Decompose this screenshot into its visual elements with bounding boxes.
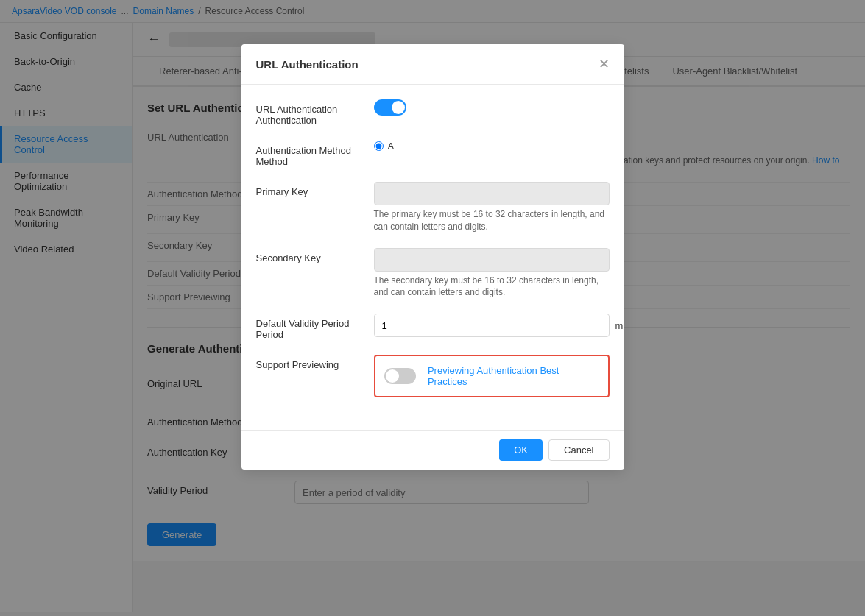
modal-auth-method-label: Authentication Method Method xyxy=(256,141,374,167)
validity-unit: min xyxy=(615,320,624,331)
modal-overlay: URL Authentication ✕ URL Authentication … xyxy=(0,0,865,612)
previewing-auth-best-practices-link[interactable]: Previewing Authentication Best Practices xyxy=(428,365,599,387)
modal-secondary-key-input[interactable] xyxy=(374,248,610,272)
modal-cancel-button[interactable]: Cancel xyxy=(548,439,609,461)
modal-primary-key-row: Primary Key The primary key must be 16 t… xyxy=(256,182,610,233)
modal-body: URL Authentication Authentication Authen… xyxy=(241,85,624,430)
modal-url-auth-label-text: URL Authentication xyxy=(256,104,338,115)
modal-auth-method-row: Authentication Method Method A xyxy=(256,141,610,167)
modal-footer: OK Cancel xyxy=(241,430,624,470)
modal-validity-label: Default Validity Period Period xyxy=(256,314,374,340)
modal-url-auth-toggle-field xyxy=(374,99,610,116)
support-previewing-box: Previewing Authentication Best Practices xyxy=(374,355,610,397)
modal-secondary-key-row: Secondary Key The secondary key must be … xyxy=(256,248,610,300)
modal-url-auth-label2: Authentication xyxy=(256,115,317,126)
modal-auth-method-label2: Method xyxy=(256,156,288,167)
modal-close-button[interactable]: ✕ xyxy=(599,56,610,72)
modal-url-auth-row: URL Authentication Authentication xyxy=(256,99,610,126)
modal-validity-input[interactable]: 1 xyxy=(374,314,610,337)
toggle-slider xyxy=(374,99,406,116)
modal-primary-key-label: Primary Key xyxy=(256,182,374,197)
validity-input-row: 1 min xyxy=(374,314,624,337)
modal-support-previewing-field: Previewing Authentication Best Practices xyxy=(374,355,610,400)
modal-primary-key-hint: The primary key must be 16 to 32 charact… xyxy=(374,208,610,233)
support-previewing-inner: Previewing Authentication Best Practices xyxy=(384,365,599,387)
modal-support-previewing-label: Support Previewing xyxy=(256,355,374,370)
modal-secondary-key-label: Secondary Key xyxy=(256,248,374,263)
url-auth-modal: URL Authentication ✕ URL Authentication … xyxy=(241,44,624,470)
support-previewing-slider xyxy=(384,368,416,384)
modal-primary-key-field: The primary key must be 16 to 32 charact… xyxy=(374,182,610,233)
modal-auth-method-radio-a[interactable] xyxy=(374,141,384,151)
modal-validity-label-text: Default Validity Period xyxy=(256,318,350,329)
modal-header: URL Authentication ✕ xyxy=(241,44,624,85)
modal-url-auth-label: URL Authentication Authentication xyxy=(256,99,374,126)
url-auth-toggle[interactable] xyxy=(374,99,406,116)
modal-secondary-key-field: The secondary key must be 16 to 32 chara… xyxy=(374,248,610,300)
modal-ok-button[interactable]: OK xyxy=(499,439,543,461)
modal-title: URL Authentication xyxy=(256,58,359,71)
support-previewing-toggle[interactable] xyxy=(384,368,416,384)
modal-support-previewing-row: Support Previewing Previewing Authentica… xyxy=(256,355,610,400)
modal-validity-row: Default Validity Period Period 1 min xyxy=(256,314,610,340)
modal-primary-key-input[interactable] xyxy=(374,182,610,205)
modal-auth-method-value: A xyxy=(388,141,395,152)
modal-secondary-key-hint: The secondary key must be 16 to 32 chara… xyxy=(374,275,610,300)
modal-auth-method-field: A xyxy=(374,141,610,152)
modal-auth-method-label-text: Authentication Method xyxy=(256,145,351,156)
modal-validity-label2: Period xyxy=(256,329,284,340)
modal-validity-field: 1 min xyxy=(374,314,624,337)
